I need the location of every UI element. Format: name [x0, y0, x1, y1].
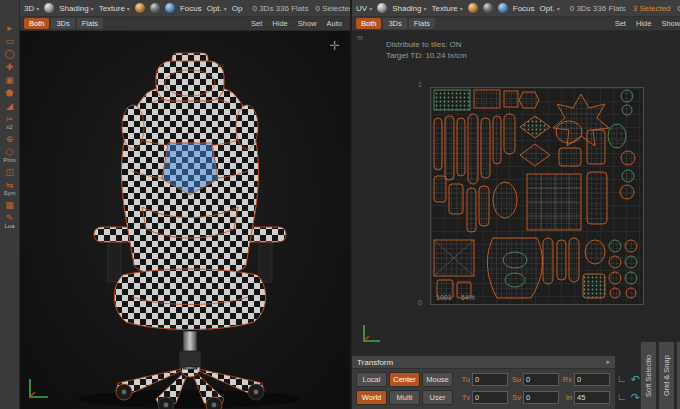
menu-texture[interactable]: Texture ▾: [99, 4, 130, 13]
ellipse-select-icon[interactable]: ◯: [1, 48, 18, 60]
transform-input-sv[interactable]: [523, 391, 559, 404]
material-sphere-icon[interactable]: [165, 3, 175, 13]
dropdown-arrow-icon: ▾: [557, 5, 560, 12]
menu-uv[interactable]: UV ▾: [356, 4, 372, 13]
primitives-icon: ⬡: [6, 147, 14, 157]
menu-shading-label: Shading: [59, 4, 88, 13]
mode-world-button[interactable]: World: [356, 390, 387, 405]
opt-menu-uv[interactable]: Opt. ▾: [540, 4, 560, 13]
transform-input-rx[interactable]: [574, 373, 610, 386]
transform-input-in[interactable]: [574, 391, 610, 404]
menu-3d[interactable]: 3D ▾: [24, 4, 39, 13]
chair-seat[interactable]: [114, 269, 265, 330]
focus-button[interactable]: Focus: [180, 4, 202, 13]
viewport-3d[interactable]: ✛: [20, 31, 350, 409]
panel-menu-icon[interactable]: ▸: [606, 358, 610, 366]
menu-shading[interactable]: Shading ▾: [59, 4, 93, 13]
right-filter-tabs: Both3DsFlats: [356, 18, 435, 29]
tool-label: Sym: [4, 190, 16, 197]
focus-button-uv[interactable]: Focus: [513, 4, 535, 13]
marquee-select-icon[interactable]: ▭: [1, 35, 18, 47]
lua-script-icon[interactable]: ✎Lua: [1, 212, 18, 231]
transform-fields-row2: TvSvIn: [459, 391, 610, 404]
material-sphere-icon[interactable]: [498, 3, 508, 13]
mode-mouse-button[interactable]: Mouse: [422, 372, 453, 387]
set-button[interactable]: Set: [247, 19, 266, 28]
unfold-icon: ◫: [5, 167, 14, 177]
texture-sphere-icon[interactable]: [468, 3, 478, 13]
dropdown-arrow-icon: ▾: [224, 5, 227, 12]
dropdown-arrow-icon: ▾: [91, 5, 94, 12]
shading-sphere-icon[interactable]: [44, 3, 54, 13]
filter-tab-3ds[interactable]: 3Ds: [383, 18, 406, 29]
brush-select-icon: ✚: [6, 62, 14, 72]
ruler-label-1: 1: [418, 81, 422, 88]
hide-button[interactable]: Hide: [632, 19, 655, 28]
mode-user-button[interactable]: User: [422, 390, 453, 405]
uv-islands[interactable]: 1001 54%: [431, 88, 643, 304]
chair-headrest[interactable]: [156, 61, 224, 101]
transform-input-tu[interactable]: [472, 373, 508, 386]
transform-title: Transform: [357, 358, 393, 367]
primitives-icon[interactable]: ⬡Prim: [1, 146, 18, 165]
tool-sidebar: ▸▭◯✚▣⬟◢✂x2⊕⬡Prim◫⇋Sym▦✎Lua: [0, 0, 20, 409]
checker-sphere-icon[interactable]: [483, 3, 493, 13]
mode-local-button[interactable]: Local: [356, 372, 387, 387]
filter-tab-both[interactable]: Both: [24, 18, 49, 29]
filter-tab-both[interactable]: Both: [356, 18, 381, 29]
opt-menu-uv-label: Opt.: [540, 4, 555, 13]
view-navigation-icon[interactable]: ✛: [329, 39, 340, 52]
tile-coverage-label: 54%: [461, 294, 475, 301]
island-mode-icon[interactable]: ▣: [1, 74, 18, 86]
tool-label: Prim: [3, 157, 15, 164]
transform-modes-row1: LocalCenterMouse: [356, 372, 453, 387]
chair-model[interactable]: [20, 31, 350, 409]
transform-input-tv[interactable]: [472, 391, 508, 404]
transform-input-su[interactable]: [523, 373, 559, 386]
side-tab-grid-snap[interactable]: Grid & Snap: [658, 341, 675, 409]
checker-sphere-icon[interactable]: [150, 3, 160, 13]
polygon-mode-icon[interactable]: ⬟: [1, 87, 18, 99]
axis-gizmo-uv: [360, 323, 382, 345]
side-tab-uv-tile[interactable]: UV Tile: [676, 341, 680, 409]
weld-icon[interactable]: ⊕: [1, 133, 18, 145]
show-button[interactable]: Show: [657, 19, 680, 28]
pack-icon[interactable]: ▦: [1, 199, 18, 211]
menu-texture-uv[interactable]: Texture ▾: [432, 4, 463, 13]
menu-shading-uv[interactable]: Shading ▾: [392, 4, 426, 13]
auto-button[interactable]: Auto: [323, 19, 346, 28]
unfold-icon[interactable]: ◫: [1, 166, 18, 178]
set-button[interactable]: Set: [611, 19, 630, 28]
symmetry-icon[interactable]: ⇋Sym: [1, 179, 18, 198]
cut-icon[interactable]: ✂x2: [1, 113, 18, 132]
ruler-unit: m: [357, 34, 363, 41]
field-label-rx: Rx: [561, 375, 572, 384]
axis-orientation-icon: ∟: [617, 392, 627, 402]
field-label-su: Su: [510, 375, 521, 384]
filter-tab-flats[interactable]: Flats: [77, 18, 103, 29]
tile-id-label: 1001: [436, 294, 452, 301]
mode-multi-button[interactable]: Multi: [389, 390, 420, 405]
filter-tab-3ds[interactable]: 3Ds: [51, 18, 74, 29]
opt-menu[interactable]: Opt. ▾: [207, 4, 227, 13]
mode-center-button[interactable]: Center: [389, 372, 420, 387]
uv-tile-1001[interactable]: 1001 54%: [430, 87, 644, 305]
menu-shading-uv-label: Shading: [392, 4, 421, 13]
op-button[interactable]: Op: [232, 4, 243, 13]
select-arrow-icon[interactable]: ▸: [1, 22, 18, 34]
edge-mode-icon[interactable]: ◢: [1, 100, 18, 112]
shading-sphere-icon[interactable]: [377, 3, 387, 13]
texture-sphere-icon[interactable]: [135, 3, 145, 13]
show-button[interactable]: Show: [294, 19, 321, 28]
brush-select-icon[interactable]: ✚: [1, 61, 18, 73]
hide-button[interactable]: Hide: [268, 19, 291, 28]
dropdown-arrow-icon: ▾: [369, 5, 372, 12]
viewport-uv[interactable]: Distribute to tiles: ON Target TD: 10.24…: [352, 31, 680, 409]
select-arrow-icon: ▸: [7, 23, 12, 33]
flats-count: 0 3Ds 336 Flats: [252, 4, 308, 13]
side-tab-soft-selectio[interactable]: Soft Selectio: [640, 341, 657, 409]
marquee-select-icon: ▭: [5, 36, 14, 46]
field-label-tv: Tv: [459, 393, 470, 402]
transform-panel: Transform ▸ LocalCenterMouse TuSuRx ∟ ↶ …: [352, 355, 616, 409]
filter-tab-flats[interactable]: Flats: [409, 18, 435, 29]
